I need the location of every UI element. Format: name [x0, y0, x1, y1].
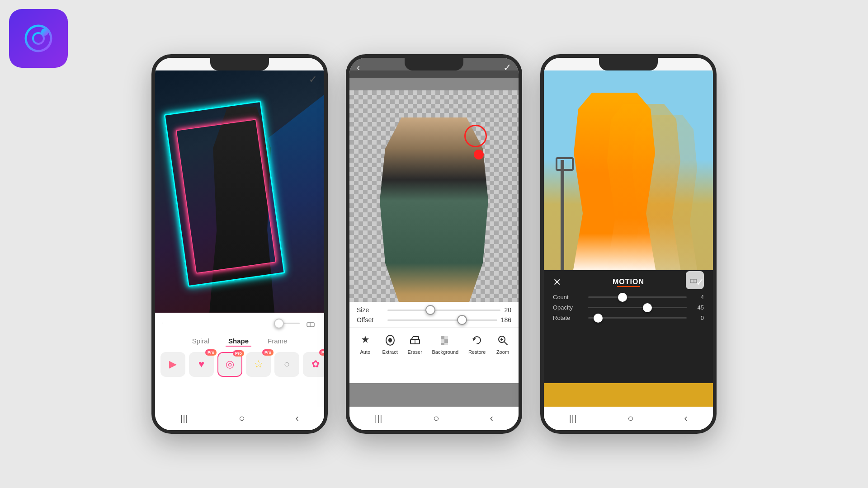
- phone1-eraser-icon[interactable]: [304, 317, 317, 330]
- phone1-slider-row: [155, 313, 324, 334]
- pro-badge-circle: Pro: [233, 350, 244, 357]
- nav2-home-icon[interactable]: ○: [433, 413, 439, 424]
- phone1: ✓: [151, 54, 328, 434]
- offset-row: Offset 186: [357, 316, 511, 324]
- eraser-dot-indicator: [474, 150, 484, 160]
- phone2: ‹ ✓ Size 20: [346, 54, 522, 434]
- svg-rect-15: [444, 339, 448, 343]
- zoom-icon: [495, 333, 510, 347]
- background-label: Background: [432, 349, 458, 355]
- tool-background[interactable]: Background: [432, 333, 458, 355]
- pro-badge-flower: Pro: [319, 349, 324, 356]
- person-cutout: [380, 117, 488, 325]
- nav2-back-icon[interactable]: ‹: [490, 413, 493, 424]
- phone1-image: [155, 70, 324, 313]
- extract-icon: [383, 333, 397, 347]
- shape-star[interactable]: ☆ Pro: [246, 352, 271, 377]
- motion-title-underline: [617, 286, 640, 287]
- offset-value: 186: [501, 316, 511, 324]
- phone1-checkmark[interactable]: ✓: [309, 74, 317, 85]
- tab-spiral[interactable]: Spiral: [189, 336, 212, 347]
- shape-circle-outline[interactable]: ◎ Pro: [217, 352, 242, 377]
- eraser-circle-indicator: [464, 125, 487, 147]
- phone1-nav-bar: ||| ○ ‹: [155, 407, 324, 430]
- phone1-notch: [210, 58, 269, 70]
- basketball-hoop: [556, 157, 574, 171]
- tool-auto[interactable]: Auto: [358, 333, 373, 355]
- size-slider-section: Size 20 Offset 186: [349, 302, 519, 324]
- svg-point-2: [41, 28, 48, 36]
- tool-eraser[interactable]: Eraser: [407, 333, 422, 355]
- phone3: ✕ MOTION ✓ Count 4: [540, 54, 717, 434]
- opacity-value: 45: [690, 304, 704, 311]
- pro-badge-heart: Pro: [205, 349, 217, 356]
- nav3-back-icon[interactable]: ‹: [684, 413, 688, 424]
- tool-restore[interactable]: Restore: [468, 333, 486, 355]
- count-label: Count: [553, 294, 585, 300]
- nav-menu-icon[interactable]: |||: [180, 414, 188, 423]
- phone2-content: Size 20 Offset 186: [349, 70, 519, 407]
- eraser-floating-icon[interactable]: [686, 271, 704, 289]
- pro-badge-star: Pro: [262, 349, 274, 356]
- rotate-value: 0: [690, 314, 704, 321]
- phone1-top-bar: ✓: [155, 70, 324, 89]
- svg-rect-14: [441, 339, 444, 343]
- phone2-bottom-controls: Size 20 Offset 186: [349, 302, 519, 383]
- phone3-content: ✕ MOTION ✓ Count 4: [544, 70, 713, 407]
- opacity-slider-row: Opacity 45: [553, 304, 704, 311]
- shape-circle[interactable]: ○: [274, 352, 299, 377]
- size-row: Size 20: [357, 306, 511, 314]
- shape-play[interactable]: ▶: [160, 352, 185, 377]
- auto-icon: [358, 333, 373, 347]
- extract-label: Extract: [382, 349, 398, 355]
- phone2-checkmark[interactable]: ✓: [503, 62, 511, 74]
- motion-close-icon[interactable]: ✕: [553, 277, 561, 288]
- offset-track[interactable]: [387, 319, 497, 321]
- nav-home-icon[interactable]: ○: [239, 413, 245, 424]
- phone2-notch: [405, 58, 463, 70]
- count-value: 4: [690, 294, 704, 300]
- motion-title-block: MOTION: [613, 278, 644, 287]
- nav3-menu-icon[interactable]: |||: [569, 414, 577, 423]
- tool-extract[interactable]: Extract: [382, 333, 398, 355]
- app-logo[interactable]: [9, 9, 68, 68]
- phone1-shape-row: ▶ ♥ Pro ◎ Pro ☆ Pro ○: [155, 348, 324, 380]
- phone2-toolbar: Auto Extract: [349, 327, 519, 357]
- svg-rect-23: [690, 279, 697, 283]
- nav2-menu-icon[interactable]: |||: [375, 414, 382, 423]
- count-slider-row: Count 4: [553, 294, 704, 300]
- svg-point-6: [388, 338, 392, 343]
- size-value: 20: [504, 306, 511, 314]
- size-label: Size: [357, 306, 384, 314]
- rotate-track[interactable]: [588, 317, 687, 319]
- svg-rect-17: [444, 343, 448, 345]
- zoom-label: Zoom: [496, 349, 509, 355]
- svg-rect-16: [441, 343, 444, 345]
- shape-heart[interactable]: ♥ Pro: [189, 352, 214, 377]
- eraser-icon-tool: [408, 333, 422, 347]
- nav-back-icon[interactable]: ‹: [296, 413, 299, 424]
- shape-flower[interactable]: ✿ Pro: [303, 352, 324, 377]
- opacity-track[interactable]: [588, 307, 687, 308]
- eraser-label: Eraser: [407, 349, 422, 355]
- restore-icon: [470, 333, 484, 347]
- phone1-tabs: Spiral Shape Frame: [155, 334, 324, 348]
- tab-frame[interactable]: Frame: [265, 336, 290, 347]
- phone2-back-arrow[interactable]: ‹: [357, 62, 360, 74]
- opacity-label: Opacity: [553, 304, 585, 311]
- phone1-controls: Spiral Shape Frame ▶ ♥ Pro ◎ Pro: [155, 313, 324, 407]
- svg-rect-13: [444, 336, 448, 339]
- phone1-content: Spiral Shape Frame ▶ ♥ Pro ◎ Pro: [155, 70, 324, 407]
- tab-shape[interactable]: Shape: [226, 336, 251, 347]
- motion-title-text: MOTION: [613, 278, 644, 286]
- restore-label: Restore: [468, 349, 486, 355]
- size-track[interactable]: [387, 310, 500, 311]
- phone2-nav-bar: ||| ○ ‹: [349, 407, 519, 430]
- tool-zoom[interactable]: Zoom: [495, 333, 510, 355]
- nav3-home-icon[interactable]: ○: [627, 413, 633, 424]
- svg-rect-12: [441, 336, 444, 339]
- count-track[interactable]: [588, 296, 687, 298]
- ghost-overlay-2: [628, 115, 701, 294]
- phone1-slider-track[interactable]: [162, 323, 300, 324]
- background-icon: [438, 333, 453, 347]
